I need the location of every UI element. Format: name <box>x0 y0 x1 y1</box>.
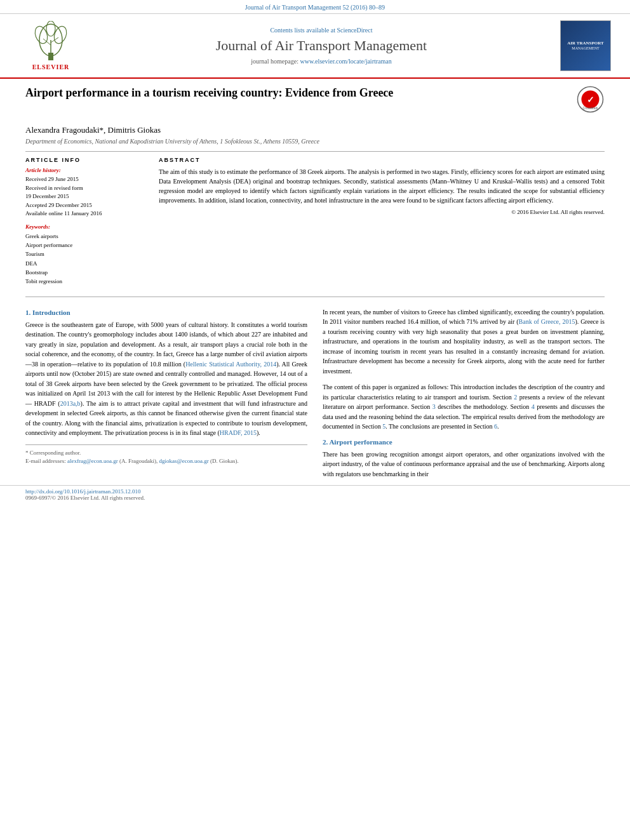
affiliation: Department of Economics, National and Ka… <box>25 138 605 145</box>
elsevier-label: ELSEVIER <box>32 63 70 70</box>
author-names: Alexandra Fragoudaki*, Dimitris Giokas <box>25 125 161 135</box>
footnote-section: * Corresponding author. E-mail addresses… <box>25 444 307 466</box>
journal-header: ELSEVIER Contents lists available at Sci… <box>0 14 630 79</box>
hradf-link[interactable]: 2013a,b <box>60 400 81 407</box>
journal-cover-area: AIR TRANSPORT MANAGEMENT <box>554 20 617 71</box>
revised-date-row: 19 December 2015 <box>25 192 146 201</box>
section1-left-text: Greece is the southeastern gate of Europ… <box>25 320 307 438</box>
sec4-link[interactable]: 4 <box>532 403 535 410</box>
body-left-col: 1. Introduction Greece is the southeaste… <box>25 307 307 479</box>
sec2-link[interactable]: 2 <box>514 394 517 401</box>
sec6-link[interactable]: 6 <box>494 423 497 430</box>
body-section: 1. Introduction Greece is the southeaste… <box>0 301 630 486</box>
footnote-name2: (D. Giokas). <box>210 458 239 464</box>
email2-link[interactable]: dgiokas@econ.uoa.gr <box>159 458 208 464</box>
keyword-6: Tobit regression <box>25 277 146 286</box>
section1-right-p2: The content of this paper is organized a… <box>323 382 605 432</box>
footnote-email-label: E-mail addresses: <box>25 458 66 464</box>
journal-title-area: Contents lists available at ScienceDirec… <box>89 27 554 65</box>
bank-of-greece-link[interactable]: Bank of Greece, 2015 <box>519 318 575 325</box>
keyword-2: Airport performance <box>25 241 146 250</box>
article-main: Airport performance in a tourism receivi… <box>0 79 630 293</box>
authors: Alexandra Fragoudaki*, Dimitris Giokas <box>25 125 605 135</box>
sciencedirect-name[interactable]: ScienceDirect <box>337 27 372 34</box>
abstract-heading: ABSTRACT <box>159 157 605 163</box>
keyword-4: DEA <box>25 259 146 268</box>
body-right-col: In recent years, the number of visitors … <box>323 307 605 479</box>
keywords-list: Greek airports Airport performance Touri… <box>25 232 146 286</box>
abstract-col: ABSTRACT The aim of this study is to est… <box>159 157 605 286</box>
email1-link[interactable]: alexfrag@econ.uoa.gr <box>67 458 118 464</box>
hradf2015-link[interactable]: HRADF, 2015 <box>220 429 257 436</box>
svg-rect-0 <box>48 53 53 60</box>
svg-point-4 <box>46 21 55 36</box>
journal-ref-text: Journal of Air Transport Management 52 (… <box>245 4 385 11</box>
section1-right-p1: In recent years, the number of visitors … <box>323 307 605 377</box>
crossmark-icon[interactable]: ✓ CrossMark <box>576 85 605 114</box>
journal-ref-bar: Journal of Air Transport Management 52 (… <box>0 0 630 14</box>
received-revised-row: Received in revised form <box>25 184 146 193</box>
doi-link[interactable]: http://dx.doi.org/10.1016/j.jairtraman.2… <box>25 488 141 495</box>
online-row: Available online 11 January 2016 <box>25 210 146 218</box>
sciencedirect-link: Contents lists available at ScienceDirec… <box>89 27 554 34</box>
keywords-label: Keywords: <box>25 223 146 230</box>
journal-title: Journal of Air Transport Management <box>89 37 554 54</box>
article-info-col: Article Info Article history: Received 2… <box>25 157 146 286</box>
sec5-link[interactable]: 5 <box>382 423 385 430</box>
svg-text:CrossMark: CrossMark <box>582 106 598 110</box>
homepage-url[interactable]: www.elsevier.com/locate/jairtraman <box>300 58 391 65</box>
article-title-section: Airport performance in a tourism receivi… <box>25 85 605 119</box>
issn-text: 0969-6997/© 2016 Elsevier Ltd. All right… <box>25 495 145 501</box>
copyright: © 2016 Elsevier Ltd. All rights reserved… <box>159 209 605 215</box>
section2-title: 2. Airport performance <box>323 438 605 446</box>
keyword-3: Tourism <box>25 250 146 258</box>
body-two-col: 1. Introduction Greece is the southeaste… <box>25 307 605 479</box>
article-title: Airport performance in a tourism receivi… <box>25 85 570 101</box>
received-row: Received 29 June 2015 <box>25 175 146 184</box>
section2-text: There has been growing recognition among… <box>323 450 605 479</box>
footnote-corresponding: * Corresponding author. <box>25 449 307 458</box>
article-info-abstract: Article Info Article history: Received 2… <box>25 157 605 286</box>
article-info-heading: Article Info <box>25 157 146 163</box>
svg-line-7 <box>51 37 58 43</box>
accepted-row: Accepted 29 December 2015 <box>25 201 146 210</box>
svg-text:✓: ✓ <box>587 95 594 105</box>
article-history-label: Article history: <box>25 167 146 173</box>
journal-cover-image: AIR TRANSPORT MANAGEMENT <box>560 20 611 71</box>
hellenic-stat-link[interactable]: Hellenic Statistical Authority, 2014 <box>185 361 276 368</box>
footnote-name1: (A. Fragoudaki), <box>119 458 158 464</box>
sec3-link[interactable]: 3 <box>432 403 436 410</box>
journal-homepage: journal homepage: www.elsevier.com/locat… <box>89 58 554 65</box>
contents-text: Contents lists available at <box>270 27 335 34</box>
keyword-1: Greek airports <box>25 232 146 241</box>
section1-title: 1. Introduction <box>25 309 307 316</box>
homepage-label: journal homepage: <box>251 58 298 65</box>
elsevier-logo-area: ELSEVIER <box>13 21 89 70</box>
footnote-emails: E-mail addresses: alexfrag@econ.uoa.gr (… <box>25 457 307 466</box>
abstract-text: The aim of this study is to estimate the… <box>159 167 605 205</box>
divider-2 <box>25 297 605 297</box>
elsevier-tree-icon <box>25 21 76 62</box>
bottom-bar: http://dx.doi.org/10.1016/j.jairtraman.2… <box>0 485 630 503</box>
divider-1 <box>25 151 605 152</box>
keyword-5: Bootstrap <box>25 268 146 277</box>
svg-point-3 <box>52 25 69 45</box>
